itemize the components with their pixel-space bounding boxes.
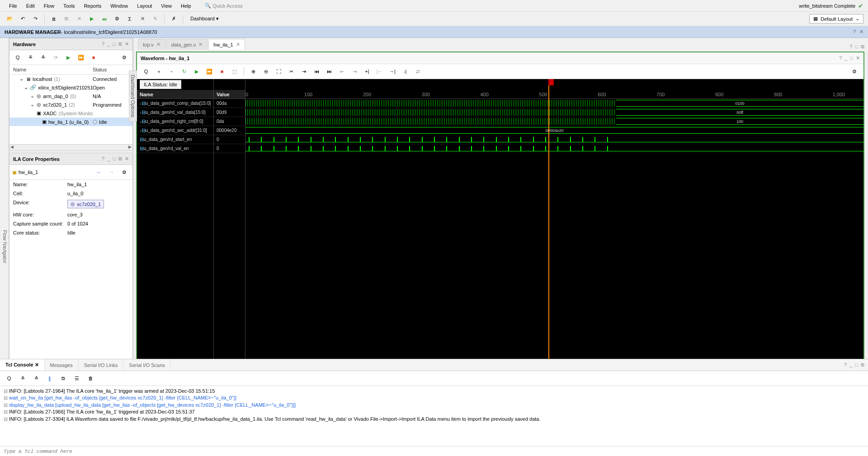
run-immediate-icon[interactable]: ⏩ [75,52,86,63]
redo-icon[interactable]: ↷ [30,14,41,24]
zoom-cursor-icon[interactable]: ✂ [286,66,297,77]
gear-icon[interactable]: ⚙ [849,66,860,77]
quick-access[interactable]: 🔍 Quick Access [205,3,243,9]
add-marker-icon[interactable]: +| [362,66,373,77]
menu-reports[interactable]: Reports [80,1,106,10]
tab-serial-scans[interactable]: Serial I/O Scans [123,360,170,371]
help-icon[interactable]: ? [849,44,852,50]
menu-flow[interactable]: Flow [39,1,59,10]
minimize-icon[interactable]: _ [844,55,847,61]
back-icon[interactable]: ← [94,167,104,178]
search-icon[interactable]: Q [4,373,14,384]
maximize-icon[interactable]: □ [113,156,116,162]
help-icon[interactable]: ? [853,29,856,35]
maximize-icon[interactable]: □ [855,362,858,368]
pause-icon[interactable]: ‖ [44,373,55,384]
first-icon[interactable]: ⏮ [311,66,322,77]
hw-tree-row[interactable]: ⌄ 🔗 xilinx_tcf/Digilent/210251A08870Open [9,83,132,92]
tcl-command-input[interactable] [4,449,864,454]
settings-icon[interactable]: ⚙ [112,14,123,24]
forward-icon[interactable]: → [106,167,117,178]
search-icon[interactable]: Q [12,52,23,63]
step-icon[interactable]: ⏭ [99,14,110,24]
help-icon[interactable]: ? [102,41,104,47]
signal-name[interactable]: › ⊟ u_data_gen/rd_val_data[15:0] [137,108,213,117]
signal-name[interactable]: ⊟ u_data_gen/rd_start_en [137,135,213,144]
run-immediate-icon[interactable]: ⏩ [204,66,215,77]
remove-icon[interactable]: － [166,66,177,77]
cancel-icon[interactable]: ✖ [137,14,148,24]
delete-icon[interactable]: ✕ [74,14,85,24]
swap-icon[interactable]: ⇄ [412,66,423,77]
maximize-icon[interactable]: □ [850,55,853,61]
remove-marker-icon[interactable]: -| [400,66,410,77]
expand-icon[interactable]: ⊟ [4,395,9,400]
editor-tab[interactable]: hw_ila_1✕ [208,39,245,50]
menu-layout[interactable]: Layout [132,1,156,10]
expand-icon[interactable]: ≙ [31,373,42,384]
restore-icon[interactable]: ⧉ [118,41,122,47]
run-icon[interactable]: ▶ [191,66,202,77]
minimize-icon[interactable]: _ [107,41,110,47]
tab-serial-links[interactable]: Serial I/O Links [79,360,124,371]
gear-icon[interactable]: ⚙ [119,167,130,178]
refresh-icon[interactable]: ↻ [179,66,189,77]
trash-icon[interactable]: 🗑 [85,373,96,384]
maximize-icon[interactable]: □ [113,41,116,47]
dashboard-dropdown[interactable]: Dashboard ▾ [187,14,222,24]
list-icon[interactable]: ☰ [71,373,82,384]
zoom-fit-icon[interactable]: ⛶ [273,66,284,77]
copy-icon[interactable]: ⧉ [58,373,69,384]
editor-tab[interactable]: data_gen.v✕ [166,39,208,50]
help-icon[interactable]: ? [844,362,847,368]
restore-icon[interactable]: ⧉ [861,362,864,368]
signal-name[interactable]: › ⊟ u_data_gen/rd_comp_data[15:0] [137,99,213,108]
close-icon[interactable]: ✕ [35,362,39,367]
close-icon[interactable]: ✕ [156,42,160,47]
collapse-icon[interactable]: ≚ [17,373,28,384]
close-icon[interactable]: ✕ [125,41,129,47]
refresh-icon[interactable]: ⟳ [50,52,61,63]
h-scrollbar[interactable] [9,144,132,150]
expand-icon[interactable]: ⊟ [4,416,9,422]
next-marker-icon[interactable]: →| [387,66,398,77]
prev-marker-icon[interactable]: |← [374,66,385,77]
tab-messages[interactable]: Messages [45,360,79,371]
hw-tree-row[interactable]: ▣ XADC (System Monitor) [9,109,132,118]
zoom-out-icon[interactable]: ⊖ [260,66,271,77]
close-icon[interactable]: ✕ [125,156,129,162]
expand-icon[interactable]: ⊟ [4,388,9,394]
edit-icon[interactable]: ✎ [150,14,160,24]
help-icon[interactable]: ? [102,156,104,162]
expand-icon[interactable]: ⌄ [29,93,35,99]
menu-file[interactable]: File [5,1,22,10]
restore-icon[interactable]: ⧉ [861,44,864,50]
sigma-icon[interactable]: Σ [124,14,135,24]
expand-icon[interactable]: ⌄ [29,102,35,108]
signal-name[interactable]: ⊟ u_data_gen/rd_val_en [137,144,213,153]
close-icon[interactable]: ✕ [198,42,203,47]
export-icon[interactable]: ⬚ [229,66,240,77]
search-icon[interactable]: Q [141,66,151,77]
layout-dropdown[interactable]: ▦ Default Layout ⌄ [809,14,863,24]
menu-tools[interactable]: Tools [59,1,80,10]
signal-name[interactable]: › ⊟ u_data_gen/rd_right_cnt[8:0] [137,117,213,126]
minimize-icon[interactable]: _ [107,156,110,162]
stop-icon[interactable]: ■ [88,52,99,63]
clear-icon[interactable]: ✗ [168,14,179,24]
restore-icon[interactable]: ⧉ [118,156,122,162]
menu-view[interactable]: View [156,1,176,10]
zoom-in-icon[interactable]: ⊕ [248,66,259,77]
run-trigger-icon[interactable]: ▶ [63,52,74,63]
expand-icon[interactable]: ⊟ [4,409,9,414]
stop-icon[interactable]: ■ [217,66,227,77]
expand-icon[interactable]: ≙ [38,52,48,63]
dashboard-options-tab[interactable]: Dashboard Options [129,71,137,122]
signal-name[interactable]: › ⊟ u_data_gen/rd_sec_addr[31:0] [137,126,213,135]
hw-tree-row[interactable]: ⌄ ◎ arm_dap_0 (0)N/A [9,92,132,100]
maximize-icon[interactable]: □ [855,44,858,50]
expand-icon[interactable]: ⌄ [24,85,28,90]
prev-trans-icon[interactable]: ⇤ [336,66,347,77]
menu-window[interactable]: Window [106,1,132,10]
last-icon[interactable]: ⏭ [324,66,335,77]
